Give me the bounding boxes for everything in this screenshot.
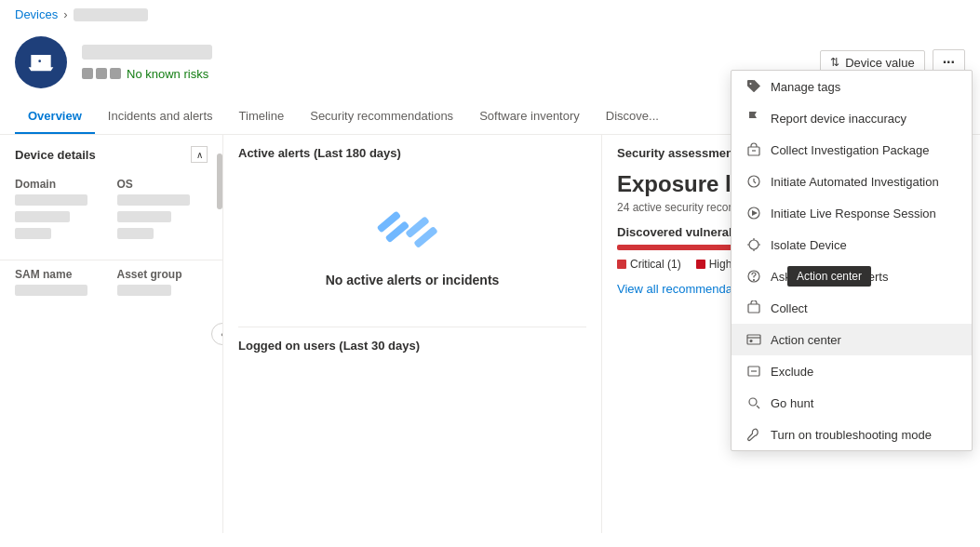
exclude-icon (746, 364, 761, 379)
dropdown-exclude[interactable]: Exclude (732, 355, 972, 387)
collect-package-label: Collect Investigation Package (771, 143, 930, 157)
device-risk: No known risks (82, 67, 805, 81)
isolate-label: Isolate Device (771, 238, 847, 252)
dropdown-go-hunt[interactable]: Go hunt (732, 387, 972, 419)
action-center-icon (746, 332, 761, 347)
collect-label: Collect (771, 301, 808, 315)
dropdown-collect[interactable]: Collect Action center (732, 292, 972, 324)
circle-icon (746, 174, 761, 189)
dropdown-troubleshooting[interactable]: Turn on troubleshooting mode (732, 419, 972, 450)
breadcrumb: Devices › (0, 0, 980, 29)
os-value-3 (117, 228, 154, 239)
asset-group-header: Asset group (117, 268, 208, 281)
dropdown-isolate[interactable]: Isolate Device (732, 229, 972, 260)
ask-experts-label: Ask Defender Experts (771, 270, 888, 284)
sam-row: SAM name Asset group (0, 260, 222, 309)
logged-users-title: Logged on users (Last 30 days) (238, 339, 586, 353)
sidebar-collapse-handle[interactable]: ‹ (211, 323, 223, 345)
svg-rect-11 (748, 304, 759, 313)
question-icon (746, 269, 761, 284)
dropdown-live-response[interactable]: Initiate Live Response Session (732, 197, 972, 229)
no-alerts-text: No active alerts or incidents (326, 273, 500, 287)
svg-point-8 (749, 240, 758, 249)
high-dot (696, 260, 705, 269)
risk-dot-3 (110, 68, 121, 79)
sam-header: SAM name (15, 268, 106, 281)
manage-tags-label: Manage tags (771, 80, 840, 94)
more-dots: ··· (943, 54, 955, 70)
svg-point-10 (754, 280, 755, 281)
domain-column: Domain (15, 178, 106, 245)
sidebar-header: Device details ∧ (0, 135, 222, 170)
device-info: No known risks (82, 45, 805, 81)
device-details-title: Device details (15, 148, 96, 162)
laptop-icon (26, 47, 56, 77)
risk-dots (82, 68, 121, 79)
critical-legend-item: Critical (1) (617, 258, 681, 271)
sam-column: SAM name (15, 268, 106, 301)
initiate-investigation-label: Initiate Automated Investigation (771, 175, 939, 189)
flag-icon (746, 111, 761, 126)
dropdown-ask-experts[interactable]: Ask Defender Experts (732, 260, 972, 292)
tab-incidents[interactable]: Incidents and alerts (95, 100, 226, 134)
breadcrumb-current (74, 8, 148, 21)
chevron-up-icon: ∧ (196, 150, 203, 160)
left-sidebar: Device details ∧ Domain OS (0, 135, 223, 533)
dropdown-manage-tags[interactable]: Manage tags (732, 71, 972, 102)
critical-dot (617, 260, 626, 269)
tab-software[interactable]: Software inventory (466, 100, 593, 134)
os-column: OS (117, 178, 208, 245)
tag-icon (746, 79, 761, 94)
chevron-left-icon: ‹ (221, 329, 223, 340)
svg-rect-12 (747, 335, 760, 344)
tab-security-recs[interactable]: Security recommendations (297, 100, 466, 134)
device-details-grid: Domain OS (0, 170, 222, 252)
svg-marker-7 (752, 210, 758, 216)
os-header: OS (117, 178, 208, 191)
no-known-risks-label: No known risks (127, 67, 208, 81)
tab-overview[interactable]: Overview (15, 100, 95, 134)
dropdown-collect-package[interactable]: Collect Investigation Package (732, 134, 972, 166)
os-value-2 (117, 211, 172, 222)
sidebar-collapse-button[interactable]: ∧ (191, 146, 208, 163)
live-response-label: Initiate Live Response Session (771, 207, 936, 220)
asset-group-column: Asset group (117, 268, 208, 301)
device-value-label: Device value (845, 56, 914, 70)
svg-point-15 (749, 398, 757, 406)
left-content-panel: Active alerts (Last 180 days) (223, 135, 602, 533)
breadcrumb-devices-link[interactable]: Devices (15, 7, 58, 21)
domain-header: Domain (15, 178, 106, 191)
no-alerts-container: No active alerts or incidents (238, 171, 586, 315)
troubleshooting-label: Turn on troubleshooting mode (771, 428, 932, 442)
report-inaccuracy-label: Report device inaccuracy (771, 112, 906, 126)
sam-value (15, 285, 87, 296)
dropdown-initiate-investigation[interactable]: Initiate Automated Investigation (732, 166, 972, 197)
action-center-label: Action center (771, 333, 841, 347)
isolate-icon (746, 237, 761, 252)
critical-label: Critical (1) (630, 258, 681, 271)
dropdown-menu: Manage tags Report device inaccuracy Col… (731, 70, 973, 451)
wrench-icon (746, 427, 761, 442)
domain-value-1 (15, 194, 87, 206)
package-icon (746, 142, 761, 157)
domain-value-3 (15, 228, 51, 239)
go-hunt-label: Go hunt (771, 396, 813, 410)
dropdown-action-center[interactable]: Action center (732, 324, 972, 355)
collect-icon (746, 300, 761, 315)
tab-timeline[interactable]: Timeline (226, 100, 298, 134)
tab-discovered[interactable]: Discove... (593, 100, 672, 134)
alerts-section-title: Active alerts (Last 180 days) (238, 146, 586, 160)
exclude-label: Exclude (771, 365, 813, 379)
scrollbar-thumb (217, 153, 222, 209)
breadcrumb-separator: › (63, 7, 67, 21)
domain-value-2 (15, 211, 70, 222)
sort-icon: ⇅ (830, 56, 839, 69)
hunt-icon (746, 395, 761, 410)
dropdown-report-inaccuracy[interactable]: Report device inaccuracy (732, 102, 972, 134)
os-value-1 (117, 194, 190, 206)
risk-dot-1 (82, 68, 93, 79)
play-icon (746, 206, 761, 220)
section-divider (238, 327, 586, 327)
no-alerts-svg (375, 199, 450, 255)
asset-group-value (117, 285, 172, 296)
